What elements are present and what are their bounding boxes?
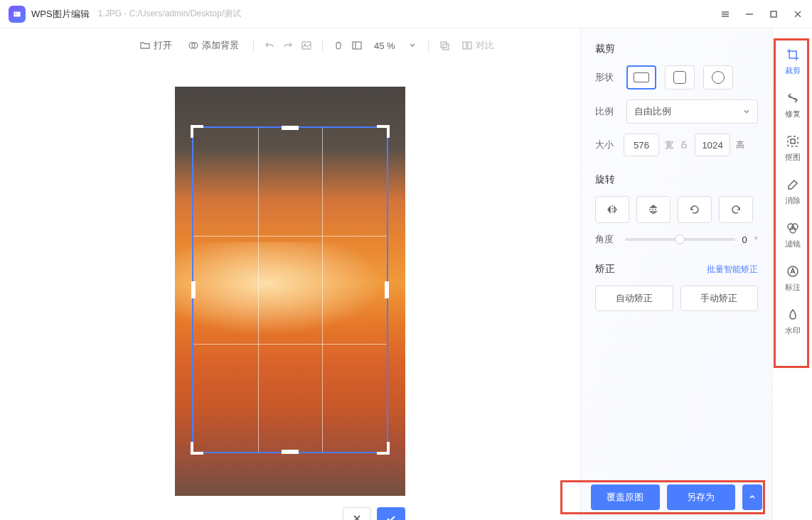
- close-button[interactable]: [792, 9, 803, 20]
- crop-handle-tl[interactable]: [191, 125, 203, 138]
- cutout-icon: [785, 134, 801, 149]
- ratio-value: 自由比例: [634, 105, 671, 118]
- tool-crop[interactable]: 裁剪: [773, 40, 812, 83]
- angle-value: 0: [742, 234, 747, 245]
- rotate-left-button[interactable]: [678, 196, 712, 223]
- crop-handle-t[interactable]: [282, 126, 299, 130]
- file-path: 1.JPG - C:/Users/admin/Desktop/测试: [98, 8, 241, 20]
- svg-rect-13: [353, 42, 361, 49]
- ratio-label: 比例: [595, 105, 618, 118]
- manual-correct-button[interactable]: 手动矫正: [680, 286, 759, 311]
- svg-rect-17: [463, 42, 466, 49]
- save-as-button[interactable]: 另存为: [667, 484, 736, 510]
- tool-filter[interactable]: 滤镜: [773, 213, 812, 256]
- tool-watermark[interactable]: 水印: [773, 300, 812, 343]
- open-button[interactable]: 打开: [135, 36, 176, 55]
- shape-circle-button[interactable]: [703, 65, 733, 90]
- erase-icon: [785, 177, 801, 193]
- chevron-down-icon[interactable]: [407, 40, 418, 51]
- right-panel: 裁剪 形状 比例 自由比例 大小 宽 高: [580, 28, 772, 520]
- shape-rect-button[interactable]: [626, 65, 656, 90]
- watermark-icon: [785, 307, 801, 323]
- auto-correct-button[interactable]: 自动矫正: [595, 286, 673, 311]
- tool-annotate-label: 标注: [785, 282, 801, 293]
- zoom-value[interactable]: 45 %: [370, 40, 400, 51]
- svg-rect-6: [771, 11, 776, 17]
- tool-cutout[interactable]: 抠图: [773, 126, 812, 170]
- crop-handle-b[interactable]: [282, 450, 299, 454]
- copy-icon[interactable]: [439, 40, 450, 51]
- rotate-right-button[interactable]: [719, 196, 753, 223]
- ratio-select[interactable]: 自由比例: [626, 99, 758, 124]
- compare-button[interactable]: 对比: [457, 36, 498, 55]
- svg-rect-18: [468, 42, 471, 49]
- app-logo-icon: [9, 6, 26, 23]
- redo-icon[interactable]: [282, 40, 294, 51]
- lock-icon[interactable]: [679, 139, 689, 151]
- svg-rect-21: [682, 144, 686, 148]
- slider-thumb[interactable]: [675, 234, 685, 244]
- maximize-button[interactable]: [768, 9, 779, 20]
- shape-rounded-button[interactable]: [665, 65, 695, 90]
- undo-icon[interactable]: [264, 40, 275, 51]
- batch-correct-link[interactable]: 批量智能矫正: [707, 264, 758, 276]
- tool-repair[interactable]: 修复: [773, 83, 812, 126]
- svg-rect-24: [788, 136, 798, 146]
- tool-watermark-label: 水印: [785, 325, 801, 336]
- svg-rect-0: [14, 11, 20, 16]
- filter-icon: [785, 220, 801, 236]
- repair-icon: [785, 90, 801, 106]
- menu-icon[interactable]: [720, 9, 731, 20]
- image-canvas[interactable]: [175, 87, 405, 496]
- chevron-down-icon: [743, 108, 750, 115]
- tool-erase[interactable]: 消除: [773, 170, 812, 213]
- crop-frame[interactable]: [192, 126, 388, 453]
- flip-vertical-button[interactable]: [636, 196, 671, 223]
- svg-rect-25: [791, 139, 795, 143]
- crop-icon: [785, 47, 801, 63]
- add-background-button[interactable]: 添加背景: [183, 36, 243, 55]
- angle-label: 角度: [595, 233, 618, 246]
- flip-horizontal-button[interactable]: [595, 196, 629, 223]
- width-input[interactable]: [624, 134, 659, 156]
- crop-handle-bl[interactable]: [191, 442, 203, 455]
- app-title: WPS图片编辑: [31, 8, 90, 21]
- tool-annotate[interactable]: 标注: [773, 256, 812, 300]
- save-dropdown-button[interactable]: [742, 484, 762, 510]
- annotate-icon: [785, 264, 801, 279]
- svg-rect-16: [443, 44, 449, 50]
- tool-cutout-label: 抠图: [785, 152, 801, 163]
- height-input[interactable]: [695, 134, 730, 156]
- open-label: 打开: [154, 39, 172, 52]
- minimize-button[interactable]: [744, 9, 755, 20]
- canvas-area: 打开 添加背景 45 % 对比: [0, 28, 580, 520]
- crop-section-title: 裁剪: [595, 43, 758, 55]
- crop-handle-l[interactable]: [191, 281, 196, 298]
- size-label: 大小: [595, 139, 618, 151]
- shape-label: 形状: [595, 71, 618, 84]
- angle-slider[interactable]: [625, 238, 735, 241]
- hand-icon[interactable]: [333, 40, 344, 51]
- overwrite-button[interactable]: 覆盖原图: [591, 484, 660, 510]
- crop-cancel-button[interactable]: [343, 507, 371, 520]
- tool-repair-label: 修复: [785, 109, 801, 119]
- compare-icon: [461, 40, 473, 51]
- crop-handle-br[interactable]: [377, 442, 390, 455]
- fit-icon[interactable]: [351, 40, 363, 51]
- rotate-section-title: 旋转: [595, 173, 758, 186]
- svg-rect-15: [441, 42, 447, 48]
- compare-label: 对比: [476, 39, 494, 52]
- titlebar: WPS图片编辑 1.JPG - C:/Users/admin/Desktop/测…: [0, 0, 812, 28]
- crop-handle-r[interactable]: [385, 281, 389, 298]
- width-label: 宽: [665, 139, 673, 151]
- image-icon[interactable]: [301, 40, 312, 51]
- crop-handle-tr[interactable]: [377, 125, 390, 138]
- tool-filter-label: 滤镜: [785, 239, 801, 249]
- tool-sidebar: 裁剪 修复 抠图 消除 滤镜 标注 水印: [772, 28, 812, 520]
- crop-confirm-button[interactable]: [377, 507, 405, 520]
- correct-section-title: 矫正: [595, 263, 615, 276]
- add-bg-label: 添加背景: [202, 39, 239, 52]
- height-label: 高: [736, 139, 744, 151]
- toolbar: 打开 添加背景 45 % 对比: [0, 28, 580, 63]
- tool-erase-label: 消除: [785, 195, 801, 206]
